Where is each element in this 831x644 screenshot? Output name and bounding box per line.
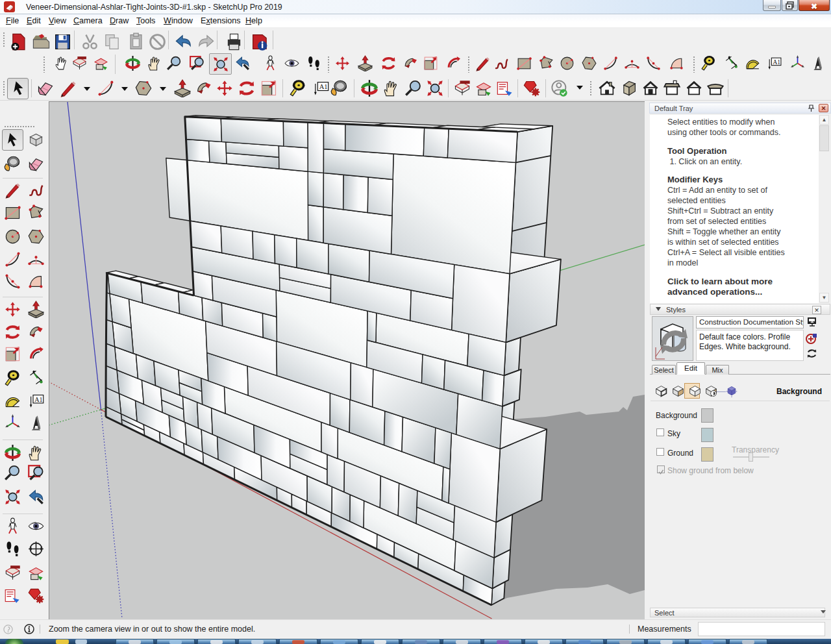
svg-text:A1: A1 xyxy=(319,83,328,90)
svg-text:A1: A1 xyxy=(773,59,780,66)
svg-text:A1: A1 xyxy=(34,396,42,403)
